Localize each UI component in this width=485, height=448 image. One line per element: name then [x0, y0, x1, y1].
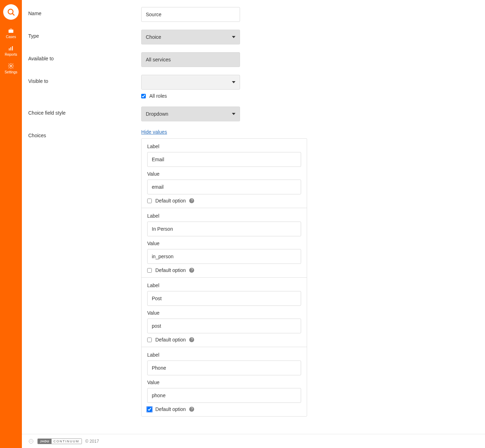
choice-label-input[interactable] — [147, 222, 301, 236]
svg-rect-5 — [11, 47, 11, 50]
label-name: Name — [28, 7, 141, 16]
footer-copyright: © 2017 — [85, 439, 99, 444]
type-value: Choice — [146, 34, 161, 40]
choice-label-heading: Label — [147, 352, 301, 358]
choice-value-heading: Value — [147, 380, 301, 385]
default-option-label: Default option — [155, 337, 186, 343]
label-visible-to: Visible to — [28, 75, 141, 84]
choice-value-input[interactable] — [147, 249, 301, 264]
nav-cases[interactable]: Cases — [0, 24, 22, 42]
svg-rect-2 — [8, 30, 13, 33]
choice-value-input[interactable] — [147, 388, 301, 403]
footer-brand-a: JADU — [38, 439, 52, 444]
choice-item: LabelValueDefault option? — [142, 347, 307, 416]
svg-rect-6 — [12, 46, 13, 50]
label-available-to: Available to — [28, 52, 141, 61]
choices-panel: LabelValueDefault option?LabelValueDefau… — [141, 138, 307, 417]
choice-label-heading: Label — [147, 213, 301, 219]
label-choices: Choices — [28, 129, 141, 138]
hide-values-link[interactable]: Hide values — [141, 129, 167, 135]
nav-label: Settings — [0, 70, 22, 74]
main-panel: Name Type Choice Available to — [22, 0, 485, 448]
default-option-label: Default option — [155, 198, 186, 204]
content-scroll[interactable]: Name Type Choice Available to — [22, 0, 485, 434]
gear-icon — [8, 63, 14, 69]
default-option-label: Default option — [155, 267, 186, 273]
chevron-down-icon — [232, 81, 235, 83]
available-to-box: All services — [141, 52, 240, 67]
svg-rect-3 — [10, 29, 12, 30]
footer: JADU CONTINUUM © 2017 — [22, 434, 485, 448]
choice-value-heading: Value — [147, 310, 301, 316]
default-option-label: Default option — [155, 406, 186, 412]
help-icon[interactable]: ? — [189, 268, 194, 273]
chevron-down-icon — [232, 113, 235, 115]
help-icon[interactable]: ? — [189, 337, 194, 342]
choice-style-select[interactable]: Dropdown — [141, 107, 240, 121]
briefcase-icon — [8, 28, 14, 34]
nav-settings[interactable]: Settings — [0, 59, 22, 77]
svg-rect-4 — [9, 48, 10, 50]
choice-label-input[interactable] — [147, 291, 301, 306]
svg-point-7 — [10, 65, 12, 67]
type-select[interactable]: Choice — [141, 30, 240, 44]
svg-line-1 — [12, 13, 14, 15]
sidebar: Cases Reports Settings — [0, 0, 22, 448]
nav-label: Reports — [0, 53, 22, 56]
choice-value-input[interactable] — [147, 319, 301, 333]
available-to-value: All services — [146, 57, 171, 62]
choice-label-heading: Label — [147, 283, 301, 288]
default-option-checkbox[interactable] — [147, 407, 152, 412]
default-option-checkbox[interactable] — [147, 338, 152, 342]
visible-to-select[interactable] — [141, 75, 240, 90]
all-roles-label: All roles — [149, 93, 167, 99]
scroll-top-button[interactable] — [28, 438, 34, 444]
label-choice-style: Choice field style — [28, 107, 141, 116]
bar-chart-icon — [8, 45, 14, 52]
nav-reports[interactable]: Reports — [0, 42, 22, 59]
default-option-checkbox[interactable] — [147, 268, 152, 273]
arrow-up-icon — [29, 439, 34, 444]
all-roles-checkbox[interactable] — [141, 94, 146, 98]
help-icon[interactable]: ? — [189, 407, 194, 412]
choice-item: LabelValueDefault option? — [142, 278, 307, 347]
footer-brand-b: CONTINUUM — [52, 439, 82, 444]
app-logo[interactable] — [3, 4, 19, 20]
choice-value-input[interactable] — [147, 180, 301, 194]
choice-label-input[interactable] — [147, 361, 301, 375]
svg-point-8 — [29, 439, 33, 443]
choice-value-heading: Value — [147, 171, 301, 177]
footer-brand: JADU CONTINUUM — [37, 438, 82, 444]
choice-value-heading: Value — [147, 241, 301, 246]
choice-label-input[interactable] — [147, 152, 301, 167]
choice-item: LabelValueDefault option? — [142, 208, 307, 278]
default-option-checkbox[interactable] — [147, 199, 152, 203]
choice-label-heading: Label — [147, 144, 301, 149]
name-field[interactable] — [141, 7, 240, 22]
choice-style-value: Dropdown — [146, 111, 168, 117]
nav-label: Cases — [0, 35, 22, 39]
magnify-q-icon — [7, 8, 15, 16]
choice-item: LabelValueDefault option? — [142, 139, 307, 208]
chevron-down-icon — [232, 36, 235, 38]
help-icon[interactable]: ? — [189, 198, 194, 203]
label-type: Type — [28, 30, 141, 39]
